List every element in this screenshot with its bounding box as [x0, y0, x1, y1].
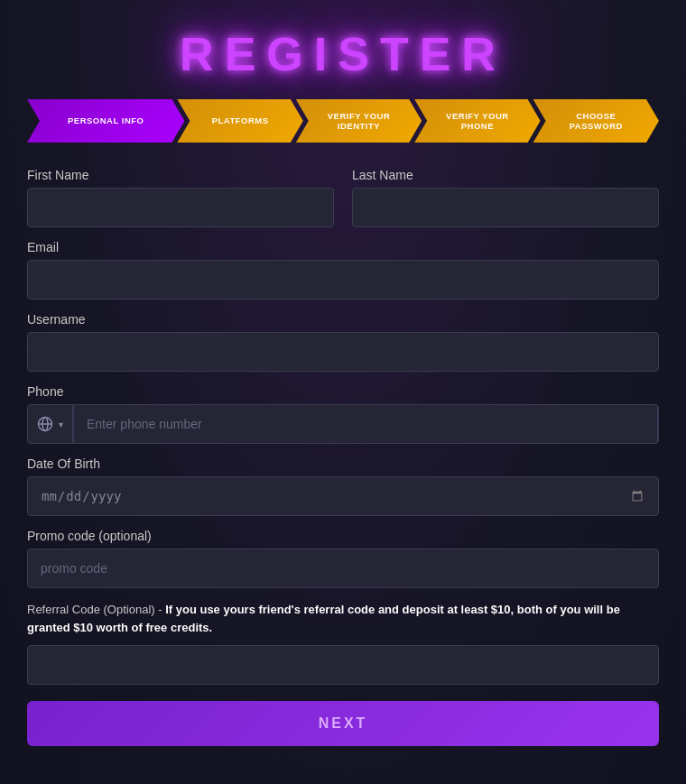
phone-country-selector[interactable]: ▾	[28, 405, 73, 443]
referral-info-text: Referral Code (Optional) - If you use yo…	[27, 601, 659, 636]
referral-info-normal: Referral Code (Optional) -	[27, 603, 165, 616]
email-input[interactable]	[27, 260, 659, 300]
page-title: REGISTER	[27, 18, 659, 81]
step-verify-identity[interactable]: VERIFY YOUR IDENTITY	[296, 99, 422, 143]
step-platforms[interactable]: PLATFORMS	[177, 99, 302, 143]
phone-input-wrapper: ▾	[27, 404, 659, 444]
step-verify-identity-label: VERIFY YOUR IDENTITY	[312, 111, 405, 132]
page-container: REGISTER PERSONAL INFO PLATFORMS VERIFY …	[0, 0, 686, 784]
dob-label: Date Of Birth	[27, 457, 659, 471]
registration-form: First Name Last Name Email Username Phon…	[27, 168, 659, 746]
username-input[interactable]	[27, 332, 659, 372]
phone-label: Phone	[27, 384, 659, 399]
dob-input[interactable]	[27, 476, 659, 516]
promo-input[interactable]	[27, 549, 659, 588]
phone-number-input[interactable]	[73, 404, 658, 444]
step-choose-password[interactable]: CHOOSE PASSWORD	[533, 99, 659, 143]
last-name-input[interactable]	[352, 188, 659, 227]
username-group: Username	[27, 312, 659, 372]
chevron-down-icon: ▾	[59, 420, 63, 429]
step-verify-phone-label: VERIFY YOUR PHONE	[431, 111, 524, 132]
dob-group: Date Of Birth	[27, 457, 659, 516]
email-group: Email	[27, 240, 659, 300]
promo-label: Promo code (optional)	[27, 529, 659, 543]
last-name-label: Last Name	[352, 168, 659, 182]
referral-code-input[interactable]	[27, 645, 659, 685]
progress-steps: PERSONAL INFO PLATFORMS VERIFY YOUR IDEN…	[27, 99, 659, 143]
first-name-group: First Name	[27, 168, 334, 227]
step-personal-info[interactable]: PERSONAL INFO	[27, 99, 184, 143]
step-choose-password-label: CHOOSE PASSWORD	[550, 111, 643, 132]
step-platforms-label: PLATFORMS	[212, 115, 269, 125]
email-label: Email	[27, 240, 659, 254]
phone-group: Phone ▾	[27, 384, 659, 444]
last-name-group: Last Name	[352, 168, 659, 227]
name-row: First Name Last Name	[27, 168, 659, 227]
globe-icon	[37, 416, 53, 432]
username-label: Username	[27, 312, 659, 327]
step-verify-phone[interactable]: VERIFY YOUR PHONE	[414, 99, 540, 143]
step-personal-info-label: PERSONAL INFO	[68, 115, 144, 125]
next-button[interactable]: NEXT	[27, 701, 659, 746]
promo-group: Promo code (optional)	[27, 529, 659, 588]
first-name-label: First Name	[27, 168, 334, 182]
first-name-input[interactable]	[27, 188, 334, 227]
